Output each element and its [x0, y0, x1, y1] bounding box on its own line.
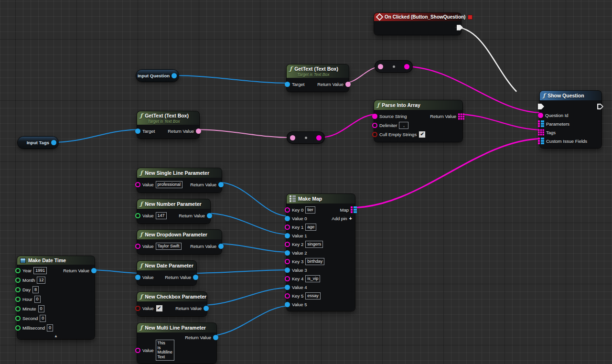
return-value-pin[interactable]: [91, 268, 97, 273]
return-value-pin[interactable]: [207, 213, 212, 218]
value-pin[interactable]: [135, 244, 140, 249]
cull-empty-strings-pin[interactable]: [372, 132, 377, 137]
question-id-pin[interactable]: [538, 113, 543, 118]
node-new-date-parameter[interactable]: ƒ New Date Parameter Value Return Value: [137, 261, 196, 285]
minute-pin[interactable]: [15, 306, 21, 311]
value-pin[interactable]: [135, 306, 140, 311]
node-parse-into-array[interactable]: ƒ Parse Into Array Source String Return …: [374, 100, 462, 142]
wire-reroute2-sourcestring[interactable]: [319, 114, 378, 138]
target-pin[interactable]: [135, 128, 140, 134]
return-value-pin[interactable]: [218, 244, 224, 249]
wire-gettext-reroute2[interactable]: [193, 129, 291, 138]
wire-makemap-customissuefields[interactable]: [350, 139, 543, 208]
value3-pin[interactable]: [285, 268, 290, 273]
year-field[interactable]: 1991: [33, 267, 47, 274]
node-gettext-question[interactable]: ƒ GetText (Text Box) Target is Text Box …: [287, 64, 349, 92]
wire-inputtags-gettext[interactable]: [52, 129, 142, 142]
second-pin[interactable]: [15, 316, 21, 321]
return-value-pin[interactable]: [196, 128, 201, 134]
node-reroute-tags[interactable]: [287, 132, 324, 143]
key4-pin[interactable]: [285, 276, 290, 281]
return-value-pin[interactable]: [345, 82, 351, 87]
return-value-pin[interactable]: [193, 275, 198, 280]
key0-field[interactable]: tier: [305, 206, 315, 214]
tags-array-pin[interactable]: [538, 129, 544, 136]
hour-field[interactable]: 0: [34, 296, 41, 303]
key2-pin[interactable]: [285, 242, 290, 247]
reroute-in-pin[interactable]: [378, 64, 383, 69]
return-value-pin[interactable]: [204, 306, 209, 311]
wire-makedatetime-datevalue[interactable]: [89, 270, 141, 273]
key2-field[interactable]: singers: [305, 241, 323, 248]
node-new-checkbox-parameter[interactable]: ƒ New Checkbox Parameter Value ✔ Return …: [137, 292, 207, 316]
parameters-map-pin[interactable]: [538, 120, 544, 127]
month-pin[interactable]: [15, 278, 21, 283]
key1-field[interactable]: age: [305, 224, 316, 231]
source-string-pin[interactable]: [372, 114, 377, 119]
wire-exec-onclicked-showquestion[interactable]: [455, 27, 543, 104]
map-out-pin[interactable]: [351, 206, 357, 213]
key0-pin[interactable]: [285, 207, 290, 213]
value-field[interactable]: professional: [156, 181, 183, 188]
node-make-map[interactable]: Make Map Key 0 tier Map Value 0 Add pin+…: [287, 194, 355, 311]
key1-pin[interactable]: [285, 225, 290, 230]
day-field[interactable]: 8: [32, 286, 39, 293]
month-field[interactable]: 12: [37, 277, 45, 284]
wire-checkbox-value4[interactable]: [201, 288, 290, 305]
node-show-question[interactable]: ƒ Show Question Question Id Parameters T…: [540, 91, 601, 148]
return-value-pin[interactable]: [213, 335, 218, 340]
value-pin[interactable]: [135, 275, 140, 280]
value-field[interactable]: This Is Multiline Text: [156, 340, 174, 361]
node-reroute-question[interactable]: [375, 61, 412, 72]
key5-field[interactable]: essay: [305, 292, 321, 300]
value0-pin[interactable]: [285, 216, 290, 221]
add-pin-button[interactable]: +: [349, 215, 352, 221]
exec-in-pin[interactable]: [538, 104, 544, 109]
value-checkbox[interactable]: ✔: [156, 305, 163, 312]
delimiter-field[interactable]: ,: [399, 122, 408, 129]
wire-singleline-value0[interactable]: [216, 182, 290, 216]
node-make-date-time[interactable]: Make Date Time Year 1991 Return Value Mo…: [17, 256, 95, 339]
value4-pin[interactable]: [285, 285, 290, 290]
key4-field[interactable]: is_vip: [305, 275, 320, 282]
node-input-question[interactable]: Input Question: [136, 70, 179, 82]
node-on-clicked[interactable]: On Clicked (Button_ShowQuestion): [374, 13, 461, 35]
wire-inputquestion-gettext[interactable]: [173, 75, 291, 83]
key3-pin[interactable]: [285, 259, 290, 264]
node-new-dropdown-parameter[interactable]: ƒ New Dropdown Parameter Value Taylor Sw…: [137, 230, 222, 254]
value1-pin[interactable]: [285, 233, 290, 238]
return-value-pin[interactable]: [218, 182, 224, 187]
value-pin[interactable]: [135, 182, 140, 187]
node-input-tags[interactable]: Input Tags: [18, 137, 58, 149]
reroute-out-pin[interactable]: [404, 64, 409, 69]
delegate-pin[interactable]: [468, 15, 472, 20]
node-new-number-parameter[interactable]: ƒ New Number Parameter Value 147 Return …: [137, 199, 210, 224]
node-gettext-tags[interactable]: ƒ GetText (Text Box) Target is Text Box …: [137, 111, 199, 139]
target-pin[interactable]: [285, 82, 290, 87]
value-field[interactable]: 147: [156, 212, 167, 219]
hour-pin[interactable]: [15, 297, 21, 302]
wire-multiline-value5[interactable]: [208, 306, 290, 336]
wire-date-value3[interactable]: [190, 270, 290, 273]
custom-issue-fields-map-pin[interactable]: [538, 138, 544, 144]
minute-field[interactable]: 0: [38, 305, 44, 312]
collapse-arrow-icon[interactable]: ▲: [54, 334, 58, 339]
delimiter-pin[interactable]: [372, 123, 377, 128]
node-new-multiline-parameter[interactable]: ƒ New Multi Line Parameter Value This Is…: [137, 323, 216, 364]
year-pin[interactable]: [15, 268, 21, 273]
blueprint-graph-canvas[interactable]: { "colors": { "exec_wire": "#f2f2f2", "o…: [0, 0, 612, 364]
reroute-out-pin[interactable]: [316, 135, 322, 140]
wire-parsearray-tags[interactable]: [456, 114, 543, 130]
value-pin[interactable]: [135, 348, 140, 353]
exec-out-pin[interactable]: [597, 104, 603, 109]
variable-out-pin[interactable]: [172, 73, 177, 78]
cull-empty-strings-checkbox[interactable]: ✔: [419, 131, 426, 138]
millisecond-pin[interactable]: [15, 325, 21, 331]
reroute-in-pin[interactable]: [290, 135, 295, 140]
value-field[interactable]: Taylor Swift: [156, 243, 182, 250]
second-field[interactable]: 0: [40, 315, 46, 322]
variable-out-pin[interactable]: [51, 140, 56, 145]
key3-field[interactable]: birthday: [305, 258, 324, 265]
day-pin[interactable]: [15, 287, 21, 292]
array-pin[interactable]: [458, 113, 464, 120]
